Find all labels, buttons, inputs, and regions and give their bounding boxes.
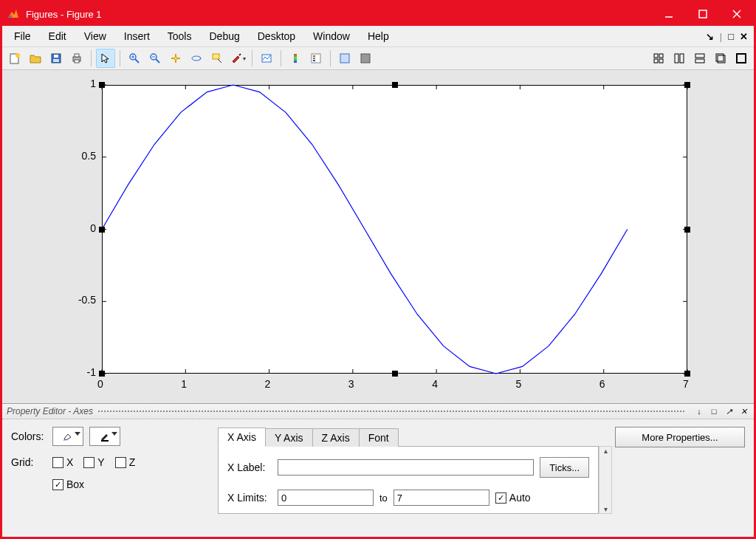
brush-icon[interactable]: ▾ xyxy=(228,49,247,68)
tabpage-scrollbar[interactable]: ▴ ▾ xyxy=(599,446,612,514)
selection-handle[interactable] xyxy=(684,371,690,377)
colors-label: Colors: xyxy=(11,430,47,442)
xlabel-input[interactable] xyxy=(278,459,534,476)
tabpage-xaxis: X Label: Ticks... X Limits: to ✓Auto xyxy=(218,446,599,514)
link-plot-icon[interactable] xyxy=(257,49,276,68)
pan-icon[interactable] xyxy=(166,49,185,68)
xlabel-caption: X Label: xyxy=(227,461,272,473)
close-button[interactable] xyxy=(720,2,754,26)
doc-close-icon[interactable]: ✕ xyxy=(737,30,751,44)
tab-yaxis[interactable]: Y Axis xyxy=(265,428,313,447)
scroll-up-icon[interactable]: ▴ xyxy=(604,447,608,455)
tab-zaxis[interactable]: Z Axis xyxy=(312,428,360,447)
datacursor-icon[interactable] xyxy=(207,49,227,68)
layout-2x2-icon[interactable] xyxy=(649,49,668,68)
edge-color-button[interactable] xyxy=(89,427,120,446)
svg-rect-10 xyxy=(53,59,59,62)
doc-restore-icon[interactable]: □ xyxy=(725,30,737,44)
minimize-button[interactable] xyxy=(652,2,686,26)
menu-tools[interactable]: Tools xyxy=(159,27,201,45)
svg-rect-38 xyxy=(675,54,678,63)
colorbar-icon[interactable] xyxy=(286,49,305,68)
figure-window: Figures - Figure 1 File Edit View Insert… xyxy=(0,0,756,539)
grid-z-checkbox[interactable]: Z xyxy=(115,456,136,468)
svg-rect-41 xyxy=(695,59,704,63)
new-figure-icon[interactable] xyxy=(5,49,24,68)
menu-desktop[interactable]: Desktop xyxy=(249,27,304,45)
figure-canvas[interactable]: 01234567-1-0.500.51 xyxy=(2,70,754,403)
tile-grid-icon[interactable] xyxy=(356,49,375,68)
tile-single-icon[interactable] xyxy=(335,49,354,68)
menu-help[interactable]: Help xyxy=(359,27,398,45)
svg-rect-28 xyxy=(312,54,320,63)
svg-line-25 xyxy=(239,54,241,55)
layout-top-bottom-icon[interactable] xyxy=(690,49,709,68)
xlimits-caption: X Limits: xyxy=(227,492,272,504)
menu-window[interactable]: Window xyxy=(304,27,359,45)
box-checkbox[interactable]: ✓Box xyxy=(52,478,84,490)
toolbar: ▾ xyxy=(2,47,754,70)
axis-tabstrip: X Axis Y Axis Z Axis Font xyxy=(218,427,612,446)
svg-point-21 xyxy=(174,57,177,60)
selection-handle[interactable] xyxy=(99,82,105,88)
legend-icon[interactable] xyxy=(306,49,326,68)
maximize-button[interactable] xyxy=(686,2,720,26)
open-icon[interactable] xyxy=(26,49,45,68)
ticks-button[interactable]: Ticks... xyxy=(540,457,589,478)
selection-handle[interactable] xyxy=(392,371,398,377)
xlim-auto-checkbox[interactable]: ✓Auto xyxy=(495,492,531,504)
svg-point-7 xyxy=(16,53,20,58)
svg-rect-32 xyxy=(340,54,349,63)
doc-minimize-icon[interactable]: ↘ xyxy=(703,30,717,44)
more-properties-button[interactable]: More Properties... xyxy=(615,427,745,447)
xtick-label: 3 xyxy=(348,378,354,390)
toolbar-divider xyxy=(252,50,252,66)
tab-font[interactable]: Font xyxy=(359,428,399,447)
layout-float-icon[interactable] xyxy=(711,49,730,68)
layout-max-icon[interactable] xyxy=(732,49,751,68)
menubar: File Edit View Insert Tools Debug Deskto… xyxy=(2,26,754,47)
xlim-to-input[interactable] xyxy=(394,490,489,506)
svg-rect-9 xyxy=(54,55,58,58)
svg-rect-36 xyxy=(654,59,658,63)
zoom-in-icon[interactable] xyxy=(125,49,144,68)
tab-xaxis[interactable]: X Axis xyxy=(218,428,266,447)
selection-handle[interactable] xyxy=(99,227,105,233)
face-color-button[interactable] xyxy=(52,427,83,446)
svg-line-15 xyxy=(135,59,139,63)
save-icon[interactable] xyxy=(47,49,66,68)
rotate3d-icon[interactable] xyxy=(187,49,206,68)
layout-left-right-icon[interactable] xyxy=(670,49,689,68)
panel-undock-icon[interactable]: ↗ xyxy=(723,405,735,417)
menu-insert[interactable]: Insert xyxy=(115,27,159,45)
zoom-out-icon[interactable] xyxy=(145,49,165,68)
selection-handle[interactable] xyxy=(684,82,690,88)
ytick-label: -1 xyxy=(66,366,96,378)
panel-max-icon[interactable]: □ xyxy=(708,405,720,417)
axes[interactable] xyxy=(102,85,687,374)
menu-view[interactable]: View xyxy=(75,27,115,45)
doc-sep: | xyxy=(717,30,725,44)
xlim-from-input[interactable] xyxy=(278,490,374,506)
panel-close-icon[interactable]: ✕ xyxy=(738,405,749,417)
print-icon[interactable] xyxy=(67,49,86,68)
selection-handle[interactable] xyxy=(392,82,398,88)
scroll-down-icon[interactable]: ▾ xyxy=(604,505,608,513)
doc-controls: ↘ | □ ✕ xyxy=(703,30,751,44)
ytick-label: 0.5 xyxy=(66,150,96,162)
svg-rect-35 xyxy=(659,54,663,58)
menu-file[interactable]: File xyxy=(5,27,40,45)
property-editor-body: Colors: Grid: X Y Z xyxy=(2,419,754,537)
axes-container: 01234567-1-0.500.51 xyxy=(2,70,754,403)
grid-x-checkbox[interactable]: X xyxy=(52,456,73,468)
menu-edit[interactable]: Edit xyxy=(40,27,75,45)
grid-y-checkbox[interactable]: Y xyxy=(83,456,104,468)
panel-collapse-icon[interactable]: ↓ xyxy=(693,405,705,417)
pointer-icon[interactable] xyxy=(96,49,115,68)
menu-debug[interactable]: Debug xyxy=(200,27,248,45)
toolbar-divider xyxy=(120,50,120,66)
xtick-label: 4 xyxy=(432,378,438,390)
selection-handle[interactable] xyxy=(99,371,105,377)
titlebar: Figures - Figure 1 xyxy=(2,2,754,26)
selection-handle[interactable] xyxy=(684,227,690,233)
